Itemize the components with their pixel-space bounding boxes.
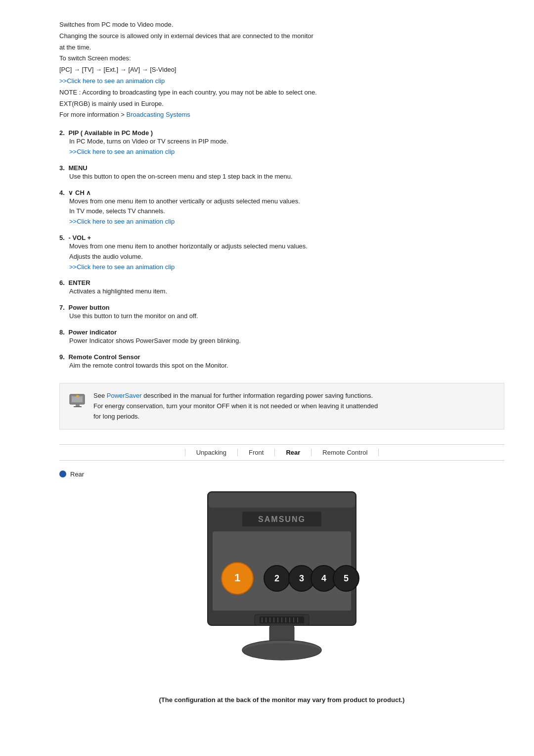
item-7-body: Use this button to turn the monitor on a… xyxy=(69,311,504,322)
item-2-title: PIP ( Available in PC Mode ) xyxy=(68,129,153,137)
svg-point-34 xyxy=(243,643,320,659)
svg-rect-6 xyxy=(209,493,355,508)
nav-bar: Unpacking Front Rear Remote Control xyxy=(59,444,504,461)
item-4-body-line2: In TV mode, selects TV channels. xyxy=(69,206,504,217)
item-7-number: 7. xyxy=(59,304,65,311)
item-3-body-line1: Use this button to open the on-screen me… xyxy=(69,172,504,182)
item-7-body-line1: Use this button to turn the monitor on a… xyxy=(69,311,504,322)
item-9-body-line1: Aim the remote control towards this spot… xyxy=(69,361,504,371)
intro-note-line3: For more information > Broadcasting Syst… xyxy=(59,110,504,120)
caption: (The configuration at the back of the mo… xyxy=(59,696,504,704)
rear-label: Rear xyxy=(70,471,84,478)
nav-item-unpacking[interactable]: Unpacking xyxy=(185,449,238,456)
svg-rect-2 xyxy=(76,404,80,406)
monitor-svg: SAMSUNG 1 2 3 4 xyxy=(198,487,366,686)
item-4-title: ∨ CH ∧ xyxy=(68,189,91,196)
note-box: See PowerSaver described in the manual f… xyxy=(59,383,504,429)
item-3-title: MENU xyxy=(68,164,87,172)
svg-text:2: 2 xyxy=(274,573,279,583)
nav-item-remote-control[interactable]: Remote Control xyxy=(312,449,379,456)
item-2-body-line1: In PC Mode, turns on Video or TV screens… xyxy=(69,137,504,147)
item-8-body: Power Indicator shows PowerSaver mode by… xyxy=(69,336,504,346)
note-line1: See PowerSaver described in the manual f… xyxy=(93,390,378,401)
item-2-number: 2. xyxy=(59,129,65,137)
item-5-title: - VOL + xyxy=(68,234,91,241)
item-8-title: Power indicator xyxy=(68,329,117,336)
intro-note-line1: NOTE : According to broadcasting type in… xyxy=(59,88,504,98)
svg-text:4: 4 xyxy=(321,573,326,583)
item-6-body-line1: Activates a highlighted menu item. xyxy=(69,286,504,297)
item-9-number: 9. xyxy=(59,353,65,361)
item-3-number: 3. xyxy=(59,164,65,172)
item-5-body-line2: Adjusts the audio volume. xyxy=(69,252,504,262)
item-7-title: Power button xyxy=(68,304,109,311)
item-9-body: Aim the remote control towards this spot… xyxy=(69,361,504,371)
item-4-body-line1: Moves from one menu item to another vert… xyxy=(69,196,504,207)
intro-line1: Switches from PC mode to Video mode. xyxy=(59,20,504,30)
list-item-8: 8. Power indicator Power Indicator shows… xyxy=(59,329,504,346)
intro-line5: [PC] → [TV] → [Ext.] → [AV] → [S-Video] xyxy=(59,65,504,75)
item-8-body-line1: Power Indicator shows PowerSaver mode by… xyxy=(69,336,504,346)
rear-label-row: Rear xyxy=(59,471,504,478)
svg-text:1: 1 xyxy=(234,571,240,584)
svg-text:SAMSUNG: SAMSUNG xyxy=(258,515,306,523)
list-item-7: 7. Power button Use this button to turn … xyxy=(59,304,504,322)
item-3-body: Use this button to open the on-screen me… xyxy=(69,172,504,182)
list-item-6: 6. ENTER Activates a highlighted menu it… xyxy=(59,279,504,297)
list-item-2: 2. PIP ( Available in PC Mode ) In PC Mo… xyxy=(59,129,504,157)
intro-line4: To switch Screen modes: xyxy=(59,53,504,64)
nav-item-rear[interactable]: Rear xyxy=(275,449,312,456)
note-line3: for long periods. xyxy=(93,411,378,422)
numbered-list: 2. PIP ( Available in PC Mode ) In PC Mo… xyxy=(59,129,504,371)
item-9-title: Remote Control Sensor xyxy=(68,353,140,361)
intro-note-line2: EXT(RGB) is mainly used in Europe. xyxy=(59,99,504,109)
note-text: See PowerSaver described in the manual f… xyxy=(93,390,378,422)
intro-line3: at the time. xyxy=(59,43,504,53)
broadcasting-link[interactable]: Broadcasting Systems xyxy=(126,111,190,118)
item-5-body-line1: Moves from one menu item to another hori… xyxy=(69,241,504,252)
list-item-5: 5. - VOL + Moves from one menu item to a… xyxy=(59,234,504,272)
rear-section: Rear SAMSUNG 1 xyxy=(59,471,504,704)
page-wrapper: Switches from PC mode to Video mode. Cha… xyxy=(0,0,534,723)
svg-text:3: 3 xyxy=(299,573,304,583)
item-5-number: 5. xyxy=(59,234,65,241)
item-6-title: ENTER xyxy=(68,279,90,286)
item-8-number: 8. xyxy=(59,329,65,336)
power-saver-link[interactable]: PowerSaver xyxy=(107,392,142,399)
rear-dot-icon xyxy=(59,471,66,477)
item-6-number: 6. xyxy=(59,279,65,286)
list-item-4: 4. ∨ CH ∧ Moves from one menu item to an… xyxy=(59,189,504,227)
animation-link-1[interactable]: >>Click here to see an animation clip xyxy=(59,77,165,85)
monitor-image-wrapper: SAMSUNG 1 2 3 4 xyxy=(59,487,504,686)
intro-section: Switches from PC mode to Video mode. Cha… xyxy=(59,20,504,120)
note-icon xyxy=(69,391,87,409)
svg-rect-1 xyxy=(72,396,83,402)
item-4-body: Moves from one menu item to another vert… xyxy=(69,196,504,227)
item-4-number: 4. xyxy=(59,189,65,196)
svg-rect-3 xyxy=(74,406,82,407)
list-item-3: 3. MENU Use this button to open the on-s… xyxy=(59,164,504,182)
nav-item-front[interactable]: Front xyxy=(238,449,275,456)
list-item-9: 9. Remote Control Sensor Aim the remote … xyxy=(59,353,504,371)
animation-link-5[interactable]: >>Click here to see an animation clip xyxy=(69,263,175,271)
item-5-body: Moves from one menu item to another hori… xyxy=(69,241,504,272)
animation-link-4[interactable]: >>Click here to see an animation clip xyxy=(69,218,175,225)
svg-text:5: 5 xyxy=(344,573,349,583)
item-6-body: Activates a highlighted menu item. xyxy=(69,286,504,297)
animation-link-2[interactable]: >>Click here to see an animation clip xyxy=(69,148,175,155)
item-2-body: In PC Mode, turns on Video or TV screens… xyxy=(69,137,504,157)
intro-line2: Changing the source is allowed only in e… xyxy=(59,31,504,42)
note-line2: For energy conservation, turn your monit… xyxy=(93,401,378,411)
